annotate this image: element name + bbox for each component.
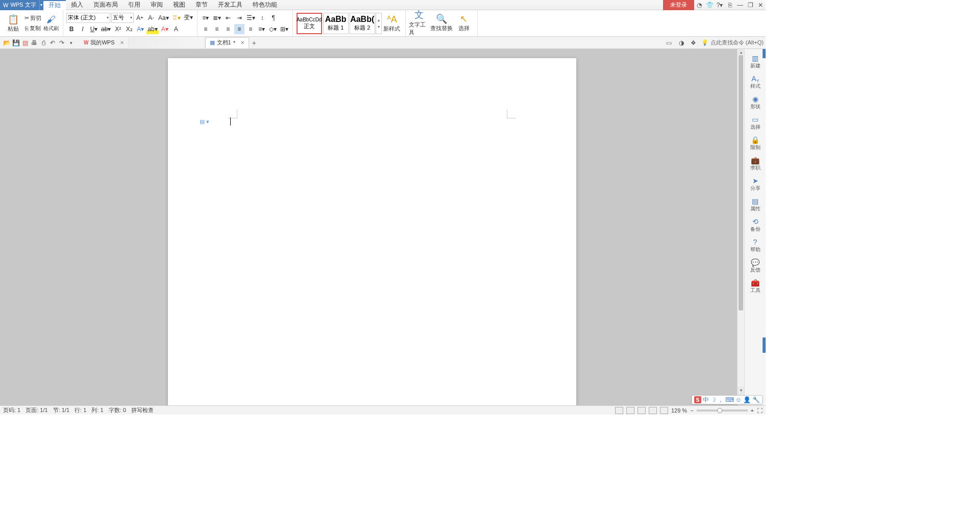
app-menu-dropdown[interactable]: ▾ — [39, 0, 43, 10]
clear-format-button[interactable]: ♖▾ — [171, 13, 182, 23]
side-job[interactable]: 💼求职 — [746, 154, 765, 174]
print-preview-button[interactable]: ⎙ — [39, 38, 48, 47]
cut-button[interactable]: ✂剪切 — [23, 13, 42, 23]
vertical-scrollbar[interactable]: ▴ ▾ ◦ ▾ — [737, 49, 744, 405]
redo-button[interactable]: ↷ — [57, 38, 66, 47]
view-mode-2[interactable] — [626, 407, 634, 414]
char-shading-button[interactable]: A — [171, 24, 181, 34]
doc-tab-doc1[interactable]: ▦ 文档1 * ✕ — [205, 37, 249, 49]
clothes-icon[interactable]: 👕 — [704, 0, 715, 10]
align-left-button[interactable]: ≡ — [201, 24, 211, 34]
style-heading1[interactable]: AaBb 标题 1 — [323, 13, 349, 34]
tab-developer[interactable]: 开发工具 — [213, 0, 248, 10]
font-color-button[interactable]: A▾ — [135, 24, 145, 34]
zoom-knob[interactable] — [717, 408, 722, 413]
scroll-down-button[interactable]: ▾ — [738, 387, 744, 393]
tab-insert[interactable]: 插入 — [66, 0, 88, 10]
help-icon[interactable]: ?▾ — [715, 0, 725, 10]
status-section[interactable]: 节: 1/1 — [53, 406, 69, 414]
sort-button[interactable]: ↕ — [257, 13, 267, 23]
command-search[interactable]: 💡 点此查找命令 (Alt+Q) — [701, 39, 764, 46]
zoom-slider[interactable] — [697, 409, 748, 412]
side-slider-mid[interactable] — [763, 337, 766, 353]
side-styles[interactable]: Aᵧ样式 — [746, 73, 765, 92]
export-pdf-button[interactable]: ▤ — [20, 38, 30, 47]
status-words[interactable]: 字数: 0 — [109, 406, 126, 414]
mode-icon-3[interactable]: ❖ — [689, 38, 698, 47]
zoom-in-button[interactable]: + — [751, 407, 754, 414]
highlight-button[interactable]: ab▾ — [146, 24, 158, 34]
side-help[interactable]: ?帮助 — [746, 236, 765, 255]
close-tab-icon[interactable]: ✕ — [240, 40, 244, 45]
borders-button[interactable]: ⊞▾ — [279, 24, 289, 34]
shrink-font-button[interactable]: A- — [146, 13, 156, 23]
open-button[interactable]: 📂 — [2, 38, 11, 47]
decrease-indent-button[interactable]: ⇤ — [223, 13, 233, 23]
style-normal[interactable]: AaBbCcDd 正文 — [297, 13, 322, 34]
view-mode-5[interactable] — [660, 407, 668, 414]
minimize-icon[interactable]: — — [735, 0, 745, 10]
qat-dropdown[interactable]: ▾ — [66, 38, 76, 47]
new-style-button[interactable]: ᴬA 新样式 — [382, 11, 402, 36]
tab-references[interactable]: 引用 — [123, 0, 145, 10]
document-area[interactable]: ▤ ▾ — [0, 49, 744, 405]
ime-lang[interactable]: 中 — [703, 396, 709, 404]
ime-settings-icon[interactable]: 🔧 — [752, 396, 760, 403]
doc-tab-mywps[interactable]: W 我的WPS ✕ — [80, 37, 129, 49]
side-tools[interactable]: 🧰工具 — [746, 277, 765, 296]
save-button[interactable]: 💾 — [11, 38, 20, 47]
add-tab-button[interactable]: + — [249, 38, 259, 48]
copy-button[interactable]: ⎘复制 — [23, 23, 42, 34]
page[interactable]: ▤ ▾ — [168, 58, 576, 405]
format-painter-button[interactable]: 🖌 格式刷 — [42, 11, 60, 36]
subscript-button[interactable]: X₂ — [124, 24, 134, 34]
justify-button[interactable]: ≡ — [234, 24, 244, 34]
side-share[interactable]: ➤分享 — [746, 175, 765, 194]
ime-comma-icon[interactable]: ， — [718, 396, 724, 404]
side-properties[interactable]: ▤属性 — [746, 195, 765, 214]
underline-button[interactable]: U▾ — [89, 24, 99, 34]
find-replace-button[interactable]: 🔍 查找替换 — [429, 10, 454, 35]
numbering-button[interactable]: ≣▾ — [212, 13, 222, 23]
status-page[interactable]: 页面: 1/1 — [26, 406, 47, 414]
mode-icon-2[interactable]: ◑ — [677, 38, 686, 47]
fullscreen-button[interactable]: ⛶ — [757, 407, 763, 414]
side-shapes[interactable]: ◉形状 — [746, 93, 765, 112]
zoom-out-button[interactable]: − — [690, 407, 693, 414]
side-backup[interactable]: ⟲备份 — [746, 215, 765, 235]
paste-button[interactable]: 📋 粘贴 — [3, 11, 23, 36]
italic-button[interactable]: I — [78, 24, 88, 34]
tab-review[interactable]: 审阅 — [145, 0, 168, 10]
status-line[interactable]: 行: 1 — [75, 406, 86, 414]
select-button[interactable]: ↖ 选择 — [454, 10, 474, 35]
ime-moon-icon[interactable]: ☽ — [710, 396, 716, 403]
bullets-button[interactable]: ≡▾ — [201, 13, 211, 23]
ime-face-icon[interactable]: ☺ — [736, 396, 742, 403]
mode-icon-1[interactable]: ▭ — [665, 38, 674, 47]
status-spell[interactable]: 拼写检查 — [131, 406, 154, 414]
view-mode-3[interactable] — [638, 407, 646, 414]
pin-icon[interactable]: ⎘ — [725, 0, 735, 10]
change-case-button[interactable]: Aa▾ — [157, 13, 170, 23]
status-col[interactable]: 列: 1 — [91, 406, 103, 414]
side-select[interactable]: ▭选择 — [746, 113, 765, 133]
font-size-combo[interactable]: 五号▾ — [111, 13, 134, 23]
increase-indent-button[interactable]: ⇥ — [234, 13, 244, 23]
view-mode-4[interactable] — [649, 407, 657, 414]
skin-icon[interactable]: ◔ — [694, 0, 704, 10]
style-heading2[interactable]: AaBb( 标题 2 — [350, 13, 375, 34]
ime-bar[interactable]: S 中 ☽ ， ⌨ ☺ 👤 🔧 — [692, 395, 763, 404]
font-name-combo[interactable]: 宋体 (正文)▾ — [66, 13, 110, 23]
paragraph-tag-icon[interactable]: ▤ ▾ — [200, 118, 209, 125]
close-tab-icon[interactable]: ✕ — [120, 40, 124, 45]
tab-page-layout[interactable]: 页面布局 — [88, 0, 123, 10]
strikethrough-button[interactable]: ab▾ — [100, 24, 112, 34]
align-right-button[interactable]: ≡ — [223, 24, 233, 34]
undo-button[interactable]: ↶ — [48, 38, 57, 47]
side-new[interactable]: ▥新建 — [746, 52, 765, 71]
close-icon[interactable]: ✕ — [755, 0, 766, 10]
login-button[interactable]: 未登录 — [663, 0, 694, 10]
superscript-button[interactable]: X² — [113, 24, 123, 34]
shading-button[interactable]: ◇▾ — [268, 24, 278, 34]
print-button[interactable]: 🖶 — [30, 38, 39, 47]
